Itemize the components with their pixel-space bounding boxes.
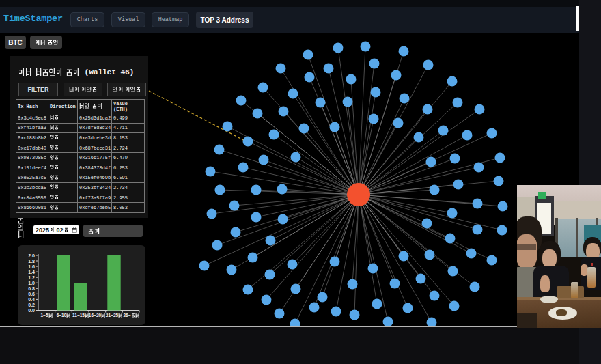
svg-text:0.8: 0.8 [28, 286, 35, 291]
svg-text:0.2: 0.2 [28, 303, 35, 307]
svg-text:0.4: 0.4 [28, 297, 35, 302]
svg-text:1.0: 1.0 [28, 281, 35, 285]
svg-text:0.6: 0.6 [28, 292, 35, 296]
svg-text:0.0: 0.0 [28, 308, 35, 313]
svg-text:1.8: 1.8 [28, 259, 35, 264]
svg-text:1.4: 1.4 [28, 270, 35, 275]
svg-text:1.6: 1.6 [28, 264, 35, 269]
svg-text:1.2: 1.2 [28, 275, 35, 280]
svg-text:2.0: 2.0 [28, 253, 35, 258]
